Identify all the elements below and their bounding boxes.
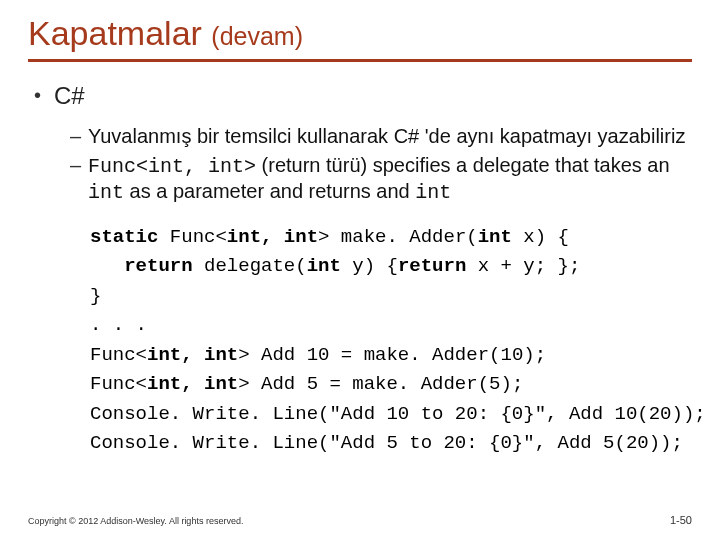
c5b: int, int [147,344,238,366]
sub2-mid2: as a parameter and returns and [124,180,415,202]
page-number: 1-50 [670,514,692,526]
c7: Console. Write. Line("Add 10 to 20: {0}"… [90,403,706,425]
c6c: > Add 5 = make. Adder(5); [238,373,523,395]
c1c: int, int [227,226,318,248]
c5c: > Add 10 = make. Adder(10); [238,344,546,366]
c3: } [90,285,101,307]
c1f: x) { [512,226,569,248]
c6a: Func< [90,373,147,395]
title-sub: (devam) [211,22,303,50]
sub2-mid: (return türü) specifies a delegate that … [256,154,670,176]
c2d: y) { [341,255,398,277]
sub-bullet-1-text: Yuvalanmış bir temsilci kullanarak C# 'd… [88,125,685,147]
c1d: > make. Adder( [318,226,478,248]
c8: Console. Write. Line("Add 5 to 20: {0}",… [90,432,683,454]
c2c: int [307,255,341,277]
c4: . . . [90,314,147,336]
copyright-footer: Copyright © 2012 Addison-Wesley. All rig… [28,516,243,526]
sub-bullet-1: Yuvalanmış bir temsilci kullanarak C# 'd… [70,124,692,149]
c1e: int [478,226,512,248]
c5a: Func< [90,344,147,366]
c2b: delegate( [193,255,307,277]
code-inline-int1: int [88,181,124,204]
c1b: Func< [158,226,226,248]
code-block: static Func<int, int> make. Adder(int x)… [90,223,692,459]
bullet-item-csharp: C# Yuvalanmış bir temsilci kullanarak C#… [34,82,692,205]
title-main: Kapatmalar [28,14,202,52]
sub-bullet-list: Yuvalanmış bir temsilci kullanarak C# 'd… [70,124,692,205]
title-rule [28,59,692,62]
code-inline-int2: int [415,181,451,204]
sub-bullet-2: Func<int, int> (return türü) specifies a… [70,153,692,205]
kw-static: static [90,226,158,248]
kw-return1: return [90,255,193,277]
code-inline-func: Func<int, int> [88,155,256,178]
c2f: x + y; }; [466,255,580,277]
slide-title: Kapatmalar (devam) [28,14,692,53]
c6b: int, int [147,373,238,395]
kw-return2: return [398,255,466,277]
bullet-list: C# Yuvalanmış bir temsilci kullanarak C#… [34,82,692,205]
slide: Kapatmalar (devam) C# Yuvalanmış bir tem… [0,0,720,540]
bullet-text: C# [54,82,85,109]
